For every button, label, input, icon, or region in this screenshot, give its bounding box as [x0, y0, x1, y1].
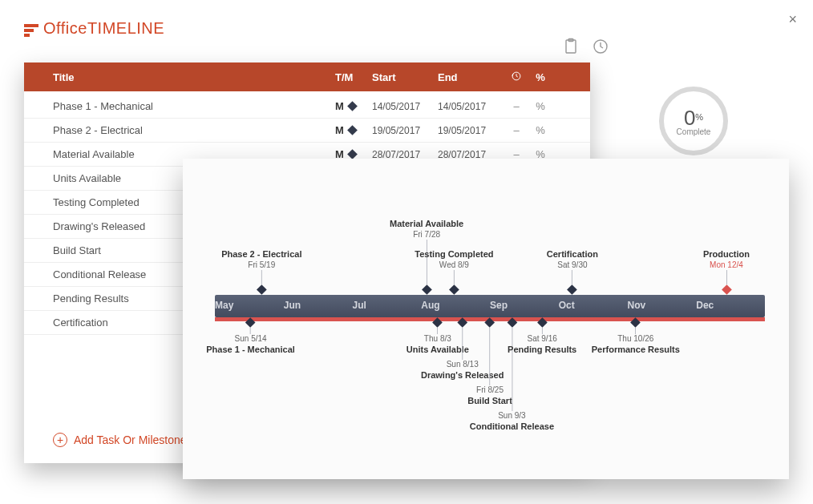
brand-name-2: TIMELINE: [87, 19, 164, 37]
milestone-date: Thu 10/26: [592, 334, 680, 345]
milestone-name: Conditional Release: [470, 421, 554, 433]
milestone-top[interactable]: CertificationSat 9/30: [547, 249, 598, 295]
milestone-diamond-icon: [257, 284, 267, 295]
month-label: Sep: [490, 300, 508, 311]
milestone-top[interactable]: Testing CompletedWed 8/9: [415, 249, 493, 295]
milestone-date: Sat 9/16: [508, 334, 576, 345]
milestone-top[interactable]: Phase 2 - ElectricalFri 5/19: [221, 249, 301, 295]
milestone-diamond-icon: [449, 284, 459, 295]
milestone-bottom[interactable]: Thu 10/26Performance Results: [592, 317, 680, 355]
milestone-date: Fri 7/28: [390, 230, 463, 240]
milestone-diamond-icon: [630, 317, 641, 328]
month-label: Nov: [628, 300, 646, 311]
milestone-name: Pending Results: [508, 345, 576, 356]
progress-value: 0: [684, 106, 695, 130]
milestone-diamond-icon: [347, 149, 358, 159]
clipboard-icon[interactable]: [564, 38, 578, 58]
milestone-name: Material Available: [390, 219, 463, 230]
app-window: × OfficeTIMELINE Title T/M Start End % P…: [0, 0, 813, 504]
milestone-date: Sun 5/14: [206, 334, 295, 345]
milestone-date: Sat 9/30: [547, 260, 598, 271]
milestone-name: Certification: [547, 249, 598, 260]
milestone-stem: [454, 270, 455, 284]
milestone-date: Wed 8/9: [415, 260, 493, 271]
milestone-name: Phase 1 - Mechanical: [206, 345, 295, 356]
month-label: Jul: [353, 300, 366, 311]
progress-label: Complete: [677, 127, 711, 136]
milestone-bottom[interactable]: Sat 9/16Pending Results: [508, 317, 576, 355]
milestone-diamond-icon: [568, 284, 578, 295]
progress-unit: %: [695, 112, 703, 122]
milestone-stem: [261, 270, 262, 284]
milestone-stem: [635, 328, 636, 334]
cell-percent: %: [529, 124, 552, 136]
milestone-diamond-icon: [457, 317, 467, 328]
milestone-stem: [250, 328, 251, 334]
close-icon[interactable]: ×: [788, 11, 797, 28]
table-row[interactable]: Phase 1 - MechanicalM14/05/201714/05/201…: [24, 95, 590, 119]
milestone-name: Performance Results: [592, 345, 680, 356]
table-header: Title T/M Start End %: [24, 62, 590, 91]
history-icon[interactable]: [593, 38, 609, 58]
brand-logo: OfficeTIMELINE: [24, 19, 164, 38]
milestone-date: Fri 5/19: [221, 260, 301, 271]
month-label: Oct: [559, 300, 575, 311]
cell-percent: %: [529, 100, 552, 112]
milestone-name: Phase 2 - Electrical: [221, 249, 301, 260]
milestone-stem: [542, 328, 543, 334]
col-start: Start: [372, 71, 438, 83]
add-task-button[interactable]: + Add Task Or Milestone: [53, 433, 187, 447]
cell-tm: M: [335, 124, 372, 136]
table-row[interactable]: Phase 2 - ElectricalM19/05/201719/05/201…: [24, 119, 590, 143]
logo-icon: [24, 22, 37, 35]
milestone-stem: [726, 270, 726, 284]
month-label: Dec: [696, 300, 714, 311]
plus-circle-icon: +: [53, 433, 67, 447]
milestone-date: Mon 12/4: [703, 260, 750, 271]
progress-ring: 0% Complete: [659, 87, 728, 155]
brand-name-1: Office: [43, 19, 87, 37]
month-label: Jun: [284, 300, 301, 311]
col-percent: %: [529, 71, 552, 83]
add-task-label: Add Task Or Milestone: [74, 433, 187, 446]
milestone-bottom[interactable]: Sun 5/14Phase 1 - Mechanical: [206, 317, 295, 355]
svg-rect-0: [566, 40, 576, 53]
svg-rect-4: [24, 29, 34, 32]
timeline-band-area: MayJunJulAugSepOctNovDec Phase 2 - Elect…: [215, 295, 765, 322]
svg-rect-5: [24, 34, 30, 37]
cell-history: –: [504, 100, 529, 112]
progress-indicator: 0% Complete: [659, 87, 728, 155]
cell-start: 19/05/2017: [372, 125, 438, 136]
milestone-name: Testing Completed: [415, 249, 493, 260]
month-label: May: [215, 300, 233, 311]
cell-start: 14/05/2017: [372, 101, 438, 112]
milestone-diamond-icon: [537, 317, 548, 328]
milestone-top[interactable]: ProductionMon 12/4: [703, 249, 750, 295]
cell-end: 14/05/2017: [438, 101, 504, 112]
milestone-diamond-icon: [347, 101, 358, 111]
cell-history: –: [504, 124, 529, 136]
cell-end: 19/05/2017: [438, 125, 504, 136]
milestone-stem: [462, 328, 463, 360]
milestone-stem: [572, 270, 572, 284]
col-history-icon: [504, 71, 529, 84]
month-label: Aug: [421, 300, 439, 311]
header-tools: [564, 38, 609, 58]
col-title: Title: [53, 71, 335, 83]
milestone-diamond-icon: [347, 125, 358, 135]
milestone-diamond-icon: [722, 284, 732, 295]
cell-tm: M: [335, 100, 372, 112]
milestone-name: Production: [703, 249, 750, 260]
timeline-preview: MayJunJulAugSepOctNovDec Phase 2 - Elect…: [183, 159, 789, 479]
milestone-diamond-icon: [245, 317, 256, 328]
cell-title: Phase 2 - Electrical: [53, 124, 335, 136]
svg-rect-3: [24, 24, 38, 27]
col-tm: T/M: [335, 71, 372, 83]
cell-title: Phase 1 - Mechanical: [53, 100, 335, 112]
col-end: End: [438, 71, 504, 83]
milestone-date: Sun 9/3: [470, 411, 554, 421]
